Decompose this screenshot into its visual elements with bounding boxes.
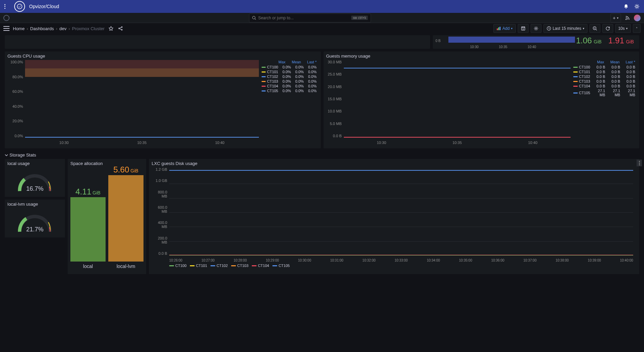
mem-legend: MaxMeanLast * CT1000.0 B0.0 B0.0 BCT1010… <box>571 60 637 145</box>
section-storage-stats[interactable]: Storage Stats <box>5 151 639 159</box>
legend-item[interactable]: CT1050.0%0.0%0.0% <box>262 88 318 93</box>
legend-item[interactable]: CT102 <box>210 264 228 268</box>
svg-point-6 <box>121 29 122 30</box>
sun-icon[interactable] <box>634 3 640 9</box>
legend-item[interactable]: CT10527.1 MB27.1 MB27.1 MB <box>573 88 637 97</box>
space-allocation-panel: Space allocation 4.11 GiBlocal5.60 GiBlo… <box>68 159 146 274</box>
zoom-out-icon <box>593 26 597 31</box>
lxc-legend: CT100CT101CT102CT103CT104CT105 <box>152 264 637 268</box>
keyboard-shortcut: ⌨ ctrl+k <box>351 16 368 20</box>
mem-panel: Guests memory usage 30.0 MB25.0 MB20.0 M… <box>324 51 640 148</box>
legend-item[interactable]: CT101 <box>190 264 207 268</box>
refresh-button[interactable] <box>602 24 613 33</box>
logo-icon <box>14 1 25 12</box>
legend-item[interactable]: CT1010.0 B0.0 B0.0 B <box>573 69 637 74</box>
legend-item[interactable]: CT1030.0 B0.0 B0.0 B <box>573 79 637 84</box>
grafana-icon[interactable] <box>3 15 9 21</box>
bc-dev[interactable]: dev <box>59 26 66 31</box>
svg-rect-8 <box>498 27 499 30</box>
chevron-down-icon <box>5 153 8 157</box>
svg-point-2 <box>252 16 255 19</box>
lxc-plot[interactable] <box>169 169 633 255</box>
legend-item[interactable]: CT100 <box>169 264 186 268</box>
svg-point-1 <box>636 5 638 7</box>
y-axis: 30.0 MB25.0 MB20.0 MB15.0 MB10.0 MB5.0 M… <box>326 60 343 138</box>
bar-item: 5.60 GiBlocal-lvm <box>108 165 143 269</box>
svg-point-5 <box>121 27 122 28</box>
save-button[interactable] <box>518 24 529 33</box>
refresh-interval[interactable]: 10s ▾ <box>615 24 631 33</box>
stat-1: 1.06 GiB <box>576 36 601 45</box>
zero-label: 0 B <box>436 39 441 43</box>
breadcrumb-row: Home › Dashboards › dev › Proxmox Cluste… <box>0 23 644 34</box>
legend-item[interactable]: CT1040.0%0.0%0.0% <box>262 84 318 88</box>
breadcrumb: Home › Dashboards › dev › Proxmox Cluste… <box>13 26 105 31</box>
bell-icon[interactable] <box>623 3 629 9</box>
bc-dashboards[interactable]: Dashboards <box>30 26 54 31</box>
bc-home[interactable]: Home <box>13 26 25 31</box>
panel-title: Guests CPU usage <box>7 54 318 59</box>
mem-plot[interactable] <box>344 60 571 138</box>
legend-item[interactable]: CT104 <box>252 264 269 268</box>
add-button[interactable]: Add ▾ <box>493 24 516 33</box>
x-axis: 10:3010:3510:40 <box>344 141 571 145</box>
user-avatar[interactable] <box>634 15 641 21</box>
top-right-panel: 0 B 10:3010:3510:40 1.06 GiB 1.91 GiB <box>433 35 639 49</box>
plus-dropdown-button[interactable]: +▾ <box>610 14 621 22</box>
search-icon <box>252 16 256 20</box>
collapse-button[interactable]: ˄ <box>633 24 641 33</box>
small-x-axis: 10:3010:3510:40 <box>470 45 536 49</box>
rss-icon[interactable] <box>624 15 630 21</box>
bar-item: 4.11 GiBlocal <box>70 187 106 269</box>
svg-point-3 <box>626 19 626 20</box>
top-left-panel <box>5 35 430 49</box>
clock-icon <box>547 26 551 31</box>
stat-2: 1.91 GiB <box>608 36 634 45</box>
legend-item[interactable]: CT103 <box>231 264 248 268</box>
top-bar: Opvizor/Cloud <box>0 0 644 13</box>
cpu-panel: Guests CPU usage 100.0%80.0%60.0%40.0%20… <box>5 51 321 148</box>
bc-current: Proxmox Cluster <box>72 26 105 31</box>
x-axis: 10:26:0010:27:0010:28:0010:29:0010:30:00… <box>169 258 633 262</box>
legend-item[interactable]: CT1000.0 B0.0 B0.0 B <box>573 65 637 69</box>
brand-name: Opvizor/Cloud <box>29 4 59 9</box>
y-axis: 100.0%80.0%60.0%40.0%20.0%0.0% <box>7 60 24 138</box>
search-input[interactable] <box>258 16 349 20</box>
time-range-button[interactable]: Last 15 minutes ▾ <box>543 24 587 33</box>
local-usage-panel: local usage 16.7% <box>5 159 65 197</box>
local-lvm-usage-panel: local-lvm usage 21.7% <box>5 200 65 237</box>
svg-rect-9 <box>499 27 501 30</box>
legend-item[interactable]: CT1020.0%0.0%0.0% <box>262 74 318 79</box>
legend-item[interactable]: CT1010.0%0.0%0.0% <box>262 69 318 74</box>
x-axis: 10:3010:3510:40 <box>25 141 259 145</box>
gauge-value: 21.7% <box>26 226 43 233</box>
settings-button[interactable] <box>531 24 541 33</box>
svg-point-0 <box>17 4 22 9</box>
save-icon <box>521 26 526 31</box>
cpu-plot[interactable] <box>25 60 259 138</box>
share-icon[interactable] <box>117 25 124 32</box>
svg-point-4 <box>118 28 119 29</box>
y-axis: 1.2 GB1.0 GB800.0 MB600.0 MB400.0 MB200.… <box>152 167 169 255</box>
legend-item[interactable]: CT1000.0%0.0%0.0% <box>262 65 318 69</box>
hamburger-icon[interactable] <box>3 26 9 31</box>
panel-menu-icon[interactable] <box>637 160 642 166</box>
gauge-value: 16.7% <box>26 185 43 192</box>
panel-icon <box>496 26 501 30</box>
legend-item[interactable]: CT1020.0 B0.0 B0.0 B <box>573 74 637 79</box>
menu-dots-icon[interactable] <box>4 3 10 9</box>
cpu-legend: MaxMeanLast * CT1000.0%0.0%0.0%CT1010.0%… <box>259 60 318 145</box>
search-box[interactable]: ⌨ ctrl+k <box>249 14 371 22</box>
legend-item[interactable]: CT1030.0%0.0%0.0% <box>262 79 318 84</box>
header-row: ⌨ ctrl+k +▾ <box>0 13 644 23</box>
svg-rect-7 <box>497 28 498 30</box>
legend-item[interactable]: CT1040.0 B0.0 B0.0 B <box>573 84 637 88</box>
star-icon[interactable] <box>108 25 114 32</box>
lxc-disk-panel: LXC guests Disk usage 1.2 GB1.0 GB800.0 … <box>149 159 639 274</box>
zoom-out-button[interactable] <box>590 24 600 33</box>
panel-title: Guests memory usage <box>326 54 637 59</box>
svg-point-11 <box>535 28 537 29</box>
gear-icon <box>534 26 538 31</box>
refresh-icon <box>605 26 610 31</box>
legend-item[interactable]: CT105 <box>272 264 290 268</box>
